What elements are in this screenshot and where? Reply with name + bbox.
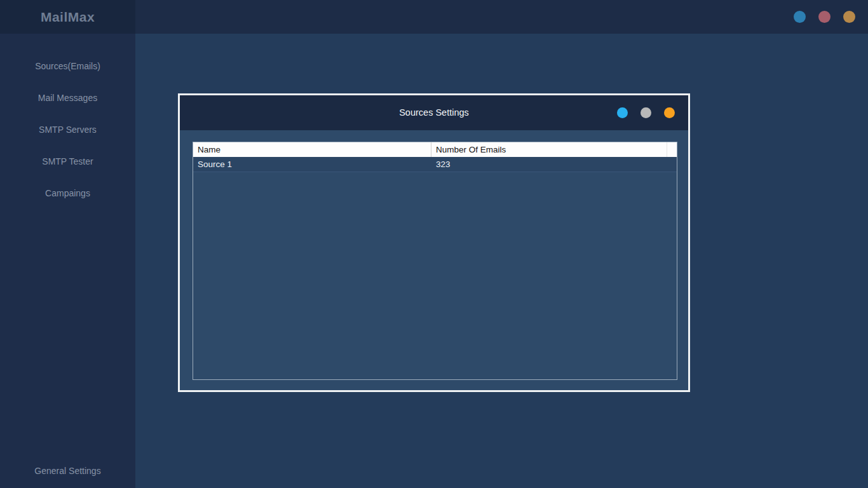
window-control-red-icon[interactable] (818, 11, 831, 23)
dialog-control-gray-icon[interactable] (641, 107, 651, 118)
sidebar: Sources(Emails) Mail Messages SMTP Serve… (0, 34, 135, 488)
table-row[interactable]: Source 1 323 (193, 157, 677, 172)
cell-source-name: Source 1 (193, 157, 431, 172)
sidebar-item-smtp-tester[interactable]: SMTP Tester (0, 146, 135, 177)
window-controls (794, 11, 868, 23)
dialog-window-controls (617, 95, 675, 130)
dialog-title: Sources Settings (180, 95, 688, 130)
column-header-stub (667, 142, 677, 157)
sources-table: Name Number Of Emails Source 1 323 (193, 142, 677, 380)
column-header-name[interactable]: Name (193, 142, 431, 157)
sidebar-item-mail-messages[interactable]: Mail Messages (0, 82, 135, 114)
topbar: MailMax (0, 0, 868, 34)
app-logo: MailMax (41, 10, 95, 25)
cell-source-emails: 323 (431, 157, 667, 172)
table-header-row: Name Number Of Emails (193, 142, 677, 157)
sidebar-item-general-settings[interactable]: General Settings (0, 455, 135, 487)
sources-settings-dialog: Sources Settings Name Number Of Emails S… (178, 93, 690, 392)
window-control-blue-icon[interactable] (794, 11, 806, 23)
sidebar-item-sources-emails[interactable]: Sources(Emails) (0, 50, 135, 82)
window-control-orange-icon[interactable] (843, 11, 855, 23)
sidebar-item-smtp-servers[interactable]: SMTP Servers (0, 114, 135, 146)
dialog-control-blue-icon[interactable] (617, 107, 628, 118)
column-header-emails[interactable]: Number Of Emails (431, 142, 667, 157)
sidebar-nav: Sources(Emails) Mail Messages SMTP Serve… (0, 34, 135, 209)
dialog-control-orange-icon[interactable] (664, 107, 675, 118)
logo-area: MailMax (0, 0, 135, 34)
dialog-titlebar[interactable]: Sources Settings (180, 95, 688, 130)
sidebar-item-campaings[interactable]: Campaings (0, 177, 135, 209)
